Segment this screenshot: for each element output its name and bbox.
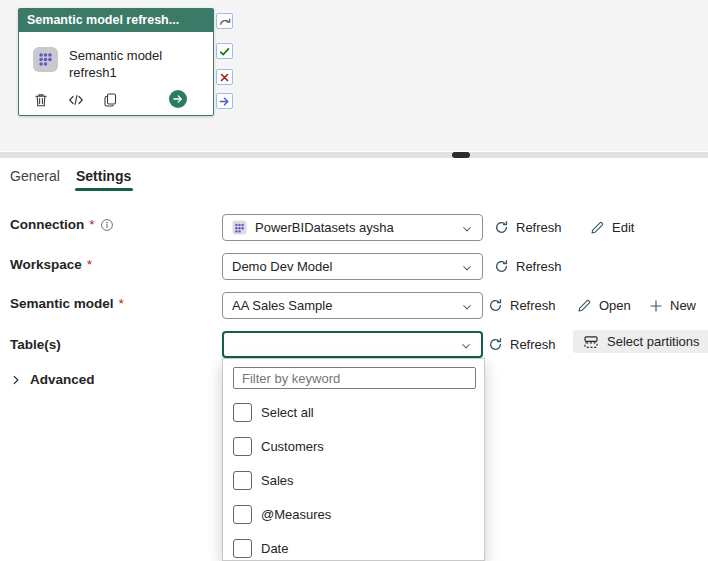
workspace-refresh-button[interactable]: Refresh [494, 253, 562, 280]
option-sales[interactable]: Sales [233, 471, 294, 490]
copy-icon[interactable] [103, 92, 119, 108]
option-select-all[interactable]: Select all [233, 403, 314, 422]
refresh-icon [494, 220, 509, 235]
semantic-model-dropdown[interactable]: AA Sales Sample [222, 292, 483, 319]
connection-value: PowerBIDatasets aysha [255, 220, 394, 235]
advanced-expander[interactable]: Advanced [10, 372, 95, 387]
info-icon [100, 218, 114, 232]
activity-card-toolbar [33, 92, 119, 108]
pencil-icon [590, 220, 605, 235]
activity-title: Semantic model refresh1 [69, 47, 184, 81]
pencil-icon [577, 298, 592, 313]
connection-refresh-button[interactable]: Refresh [494, 214, 562, 241]
refresh-icon [488, 337, 503, 352]
connection-label: Connection* [10, 217, 114, 232]
option-measures[interactable]: @Measures [233, 505, 331, 524]
delete-icon[interactable] [33, 92, 49, 108]
plus-icon [649, 299, 663, 313]
activity-card-header[interactable]: Semantic model refresh... [19, 9, 213, 32]
checkbox[interactable] [233, 505, 252, 524]
connection-dropdown[interactable]: PowerBIDatasets aysha [222, 214, 483, 241]
filter-input[interactable] [233, 367, 476, 389]
semantic-model-icon [33, 47, 58, 72]
semantic-model-open-button[interactable]: Open [577, 292, 631, 319]
pipeline-activity-settings: Semantic model refresh... Semantic model… [0, 0, 708, 561]
workspace-value: Demo Dev Model [232, 259, 332, 274]
semantic-model-refresh-button[interactable]: Refresh [488, 292, 556, 319]
checkbox[interactable] [233, 403, 252, 422]
settings-panel: General Settings Connection* PowerBIData… [0, 158, 708, 561]
connection-edit-button[interactable]: Edit [590, 214, 634, 241]
activity-card-body: Semantic model refresh1 [33, 47, 184, 81]
select-partitions-button[interactable]: Select partitions [573, 330, 708, 353]
chevron-right-icon [10, 374, 22, 386]
workspace-dropdown[interactable]: Demo Dev Model [222, 253, 483, 280]
tables-dropdown[interactable] [222, 331, 483, 358]
chevron-down-icon [461, 301, 473, 316]
chevron-down-icon [460, 340, 472, 355]
semantic-model-new-button[interactable]: New [649, 292, 696, 319]
tab-general[interactable]: General [10, 168, 60, 184]
option-date[interactable]: Date [233, 539, 288, 558]
semantic-model-label: Semantic model* [10, 296, 124, 311]
checkbox[interactable] [233, 539, 252, 558]
partitions-icon [583, 334, 599, 350]
tab-settings[interactable]: Settings [76, 168, 131, 184]
semantic-model-value: AA Sales Sample [232, 298, 332, 313]
checkbox[interactable] [233, 437, 252, 456]
option-customers[interactable]: Customers [233, 437, 324, 456]
checkbox[interactable] [233, 471, 252, 490]
code-icon[interactable] [68, 92, 84, 108]
tables-label: Table(s) [10, 337, 61, 352]
go-next-icon[interactable] [169, 90, 187, 108]
port-on-completion-icon[interactable] [216, 93, 233, 109]
port-on-fail-icon[interactable] [216, 69, 233, 85]
pipeline-canvas[interactable]: Semantic model refresh... Semantic model… [0, 0, 708, 151]
active-tab-indicator [75, 188, 133, 191]
port-on-success-icon[interactable] [216, 43, 233, 59]
tables-dropdown-callout: Select all Customers Sales @Measures Dat… [222, 358, 485, 561]
chevron-down-icon [461, 262, 473, 277]
port-on-skip-icon[interactable] [216, 13, 233, 29]
refresh-icon [488, 298, 503, 313]
activity-card[interactable]: Semantic model refresh... Semantic model… [18, 8, 214, 116]
connection-icon [232, 220, 247, 235]
workspace-label: Workspace* [10, 257, 92, 272]
refresh-icon [494, 259, 509, 274]
tables-refresh-button[interactable]: Refresh [488, 331, 556, 358]
chevron-down-icon [461, 223, 473, 238]
